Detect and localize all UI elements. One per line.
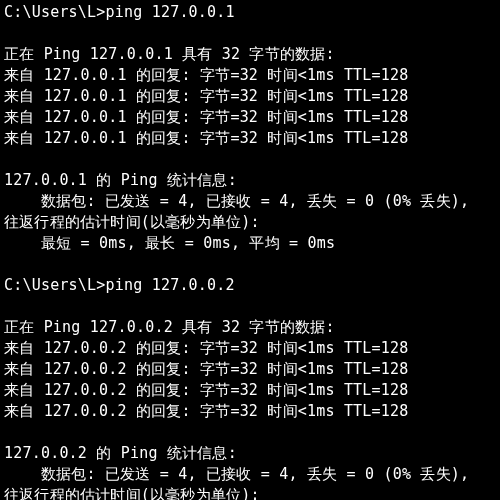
blank-line xyxy=(4,254,496,275)
stats-header: 127.0.0.1 的 Ping 统计信息: xyxy=(4,170,496,191)
command-prompt-line: C:\Users\L>ping 127.0.0.1 xyxy=(4,2,496,23)
rtt-header: 往返行程的估计时间(以毫秒为单位): xyxy=(4,485,496,500)
ping-header: 正在 Ping 127.0.0.1 具有 32 字节的数据: xyxy=(4,44,496,65)
ping-reply: 来自 127.0.0.1 的回复: 字节=32 时间<1ms TTL=128 xyxy=(4,107,496,128)
stats-packets: 数据包: 已发送 = 4, 已接收 = 4, 丢失 = 0 (0% 丢失), xyxy=(4,191,496,212)
ping-header: 正在 Ping 127.0.0.2 具有 32 字节的数据: xyxy=(4,317,496,338)
ping-reply: 来自 127.0.0.2 的回复: 字节=32 时间<1ms TTL=128 xyxy=(4,338,496,359)
rtt-header: 往返行程的估计时间(以毫秒为单位): xyxy=(4,212,496,233)
ping-reply: 来自 127.0.0.2 的回复: 字节=32 时间<1ms TTL=128 xyxy=(4,359,496,380)
command-prompt-line: C:\Users\L>ping 127.0.0.2 xyxy=(4,275,496,296)
ping-reply: 来自 127.0.0.1 的回复: 字节=32 时间<1ms TTL=128 xyxy=(4,86,496,107)
terminal-window[interactable]: C:\Users\L>ping 127.0.0.1 正在 Ping 127.0.… xyxy=(4,2,496,500)
ping-reply: 来自 127.0.0.2 的回复: 字节=32 时间<1ms TTL=128 xyxy=(4,380,496,401)
ping-reply: 来自 127.0.0.1 的回复: 字节=32 时间<1ms TTL=128 xyxy=(4,65,496,86)
stats-packets: 数据包: 已发送 = 4, 已接收 = 4, 丢失 = 0 (0% 丢失), xyxy=(4,464,496,485)
blank-line xyxy=(4,296,496,317)
stats-header: 127.0.0.2 的 Ping 统计信息: xyxy=(4,443,496,464)
blank-line xyxy=(4,422,496,443)
ping-reply: 来自 127.0.0.2 的回复: 字节=32 时间<1ms TTL=128 xyxy=(4,401,496,422)
ping-reply: 来自 127.0.0.1 的回复: 字节=32 时间<1ms TTL=128 xyxy=(4,128,496,149)
blank-line xyxy=(4,149,496,170)
rtt-values: 最短 = 0ms, 最长 = 0ms, 平均 = 0ms xyxy=(4,233,496,254)
blank-line xyxy=(4,23,496,44)
